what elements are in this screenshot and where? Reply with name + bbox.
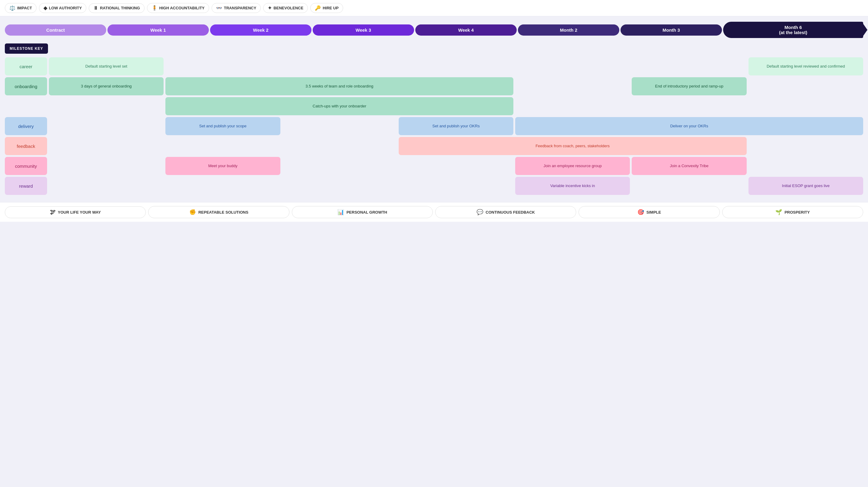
bottom-pill-simple[interactable]: 🎯SIMPLE bbox=[579, 206, 719, 218]
feedback-empty-2 bbox=[165, 137, 280, 155]
your-life-icon: 🕊 bbox=[50, 209, 56, 216]
bottom-pill-continuous-feedback[interactable]: 💬CONTINUOUS FEEDBACK bbox=[435, 206, 576, 218]
feedback-empty-3 bbox=[282, 137, 397, 155]
delivery-scope: Set and publish your scope bbox=[165, 117, 280, 135]
nav-pill-hire-up[interactable]: 🔑HIRE UP bbox=[310, 3, 343, 13]
reward-empty-1 bbox=[49, 177, 163, 195]
career-empty-4 bbox=[515, 57, 630, 75]
nav-pill-transparency[interactable]: 👓TRANSPARENCY bbox=[212, 3, 261, 13]
feedback-cell: Feedback from coach, peers, stakeholders bbox=[399, 137, 747, 155]
row-label-onboarding: onboarding bbox=[5, 77, 47, 95]
timeline-item-week4[interactable]: Week 4 bbox=[415, 25, 517, 36]
timeline-item-contract[interactable]: Contract bbox=[5, 25, 106, 36]
row-label-community: community bbox=[5, 157, 47, 175]
reward-empty-3 bbox=[282, 177, 397, 195]
bottom-pill-personal-growth[interactable]: 📊PERSONAL GROWTH bbox=[292, 206, 433, 218]
benevolence-label: BENEVOLENCE bbox=[273, 6, 303, 10]
onboard-general: 3 days of general onboarding bbox=[49, 77, 163, 95]
bottom-pill-your-life[interactable]: 🕊YOUR LIFE YOUR WAY bbox=[5, 206, 146, 218]
continuous-feedback-icon: 💬 bbox=[476, 209, 483, 216]
nav-pill-rational-thinking[interactable]: ⏸RATIONAL THINKING bbox=[89, 3, 144, 13]
onboard-catchups: Catch-ups with your onboarder bbox=[165, 97, 514, 115]
nav-pill-benevolence[interactable]: ✦BENEVOLENCE bbox=[263, 3, 308, 13]
reward-empty-2 bbox=[165, 177, 280, 195]
your-life-label: YOUR LIFE YOUR WAY bbox=[58, 210, 101, 215]
nav-pill-impact[interactable]: ⚖️IMPACT bbox=[5, 3, 36, 13]
career-empty-5 bbox=[632, 57, 746, 75]
delivery-empty-1 bbox=[49, 117, 163, 135]
simple-icon: 🎯 bbox=[638, 209, 644, 216]
benevolence-icon: ✦ bbox=[268, 5, 272, 11]
timeline-item-week2[interactable]: Week 2 bbox=[210, 25, 311, 36]
career-empty-1 bbox=[165, 57, 280, 75]
main-grid: career Default starting level set Defaul… bbox=[5, 57, 863, 195]
reward-empty-4 bbox=[399, 177, 514, 195]
row-label-reward: reward bbox=[5, 177, 47, 195]
continuous-feedback-label: CONTINUOUS FEEDBACK bbox=[486, 210, 535, 215]
top-nav: ⚖️IMPACT◆LOW AUTHORITY⏸RATIONAL THINKING… bbox=[0, 0, 868, 16]
row-label-feedback: feedback bbox=[5, 137, 47, 155]
community-buddy: Meet your buddy bbox=[165, 157, 280, 175]
community-empty-4 bbox=[399, 157, 514, 175]
career-cell-start: Default starting level set bbox=[49, 57, 163, 75]
personal-growth-label: PERSONAL GROWTH bbox=[346, 210, 387, 215]
rational-thinking-icon: ⏸ bbox=[93, 5, 98, 11]
reward-empty-m3 bbox=[632, 177, 746, 195]
onboard-empty-m2 bbox=[515, 77, 630, 95]
timeline-item-month2[interactable]: Month 2 bbox=[518, 25, 619, 36]
bottom-nav: 🕊YOUR LIFE YOUR WAY✊REPEATABLE SOLUTIONS… bbox=[0, 202, 868, 222]
feedback-empty-1 bbox=[49, 137, 163, 155]
prosperity-label: PROSPERITY bbox=[784, 210, 810, 215]
content-area: MILESTONE KEY career Default starting le… bbox=[0, 41, 868, 200]
row-label-career: career bbox=[5, 57, 47, 75]
community-erg: Join an employee resource group bbox=[515, 157, 630, 175]
community-tribe: Join a Convexity Tribe bbox=[632, 157, 746, 175]
onboard-row2-empty-1 bbox=[49, 97, 163, 115]
low-authority-label: LOW AUTHORITY bbox=[49, 6, 82, 10]
row-label-delivery: delivery bbox=[5, 117, 47, 135]
career-empty-2 bbox=[282, 57, 397, 75]
onboard-team: 3.5 weeks of team and role onboarding bbox=[165, 77, 514, 95]
simple-label: SIMPLE bbox=[647, 210, 661, 215]
rational-thinking-label: RATIONAL THINKING bbox=[100, 6, 140, 10]
timeline-item-week1[interactable]: Week 1 bbox=[107, 25, 209, 36]
hire-up-icon: 🔑 bbox=[315, 5, 321, 11]
timeline-bar: ContractWeek 1Week 2Week 3Week 4Month 2M… bbox=[0, 16, 868, 41]
timeline-item-month6[interactable]: Month 6 (at the latest) bbox=[723, 22, 863, 38]
onboard-row2-empty-m6 bbox=[748, 97, 863, 115]
transparency-label: TRANSPARENCY bbox=[224, 6, 256, 10]
community-empty-3 bbox=[282, 157, 397, 175]
milestone-key: MILESTONE KEY bbox=[5, 43, 48, 54]
bottom-pill-prosperity[interactable]: 🌱PROSPERITY bbox=[722, 206, 863, 218]
prosperity-icon: 🌱 bbox=[775, 209, 782, 216]
reward-variable: Variable incentive kicks in bbox=[515, 177, 630, 195]
onboard-row2-empty-m3 bbox=[632, 97, 746, 115]
career-empty-3 bbox=[399, 57, 514, 75]
nav-pill-high-accountability[interactable]: 🧍HIGH ACCOUNTABILITY bbox=[147, 3, 209, 13]
onboard-end: End of introductory period and ramp-up bbox=[632, 77, 746, 95]
personal-growth-icon: 📊 bbox=[337, 209, 344, 216]
feedback-empty-m6 bbox=[748, 137, 863, 155]
community-empty-m6 bbox=[748, 157, 863, 175]
impact-icon: ⚖️ bbox=[9, 5, 16, 11]
delivery-empty-3 bbox=[282, 117, 397, 135]
transparency-icon: 👓 bbox=[216, 5, 222, 11]
delivery-okrs: Set and publish your OKRs bbox=[399, 117, 514, 135]
career-cell-end: Default starting level reviewed and conf… bbox=[748, 57, 863, 75]
community-empty-1 bbox=[49, 157, 163, 175]
repeatable-label: REPEATABLE SOLUTIONS bbox=[198, 210, 248, 215]
timeline-item-week3[interactable]: Week 3 bbox=[313, 25, 414, 36]
onboard-row2-empty-m2 bbox=[515, 97, 630, 115]
timeline-item-month3[interactable]: Month 3 bbox=[621, 25, 722, 36]
onboard-empty-m6 bbox=[748, 77, 863, 95]
reward-esop: Initial ESOP grant goes live bbox=[748, 177, 863, 195]
impact-label: IMPACT bbox=[17, 6, 32, 10]
hire-up-label: HIRE UP bbox=[322, 6, 339, 10]
bottom-pill-repeatable[interactable]: ✊REPEATABLE SOLUTIONS bbox=[148, 206, 289, 218]
repeatable-icon: ✊ bbox=[189, 209, 196, 216]
nav-pill-low-authority[interactable]: ◆LOW AUTHORITY bbox=[39, 3, 86, 13]
high-accountability-label: HIGH ACCOUNTABILITY bbox=[159, 6, 205, 10]
delivery-deliver: Deliver on your OKRs bbox=[515, 117, 863, 135]
low-authority-icon: ◆ bbox=[43, 5, 47, 11]
high-accountability-icon: 🧍 bbox=[152, 5, 158, 11]
